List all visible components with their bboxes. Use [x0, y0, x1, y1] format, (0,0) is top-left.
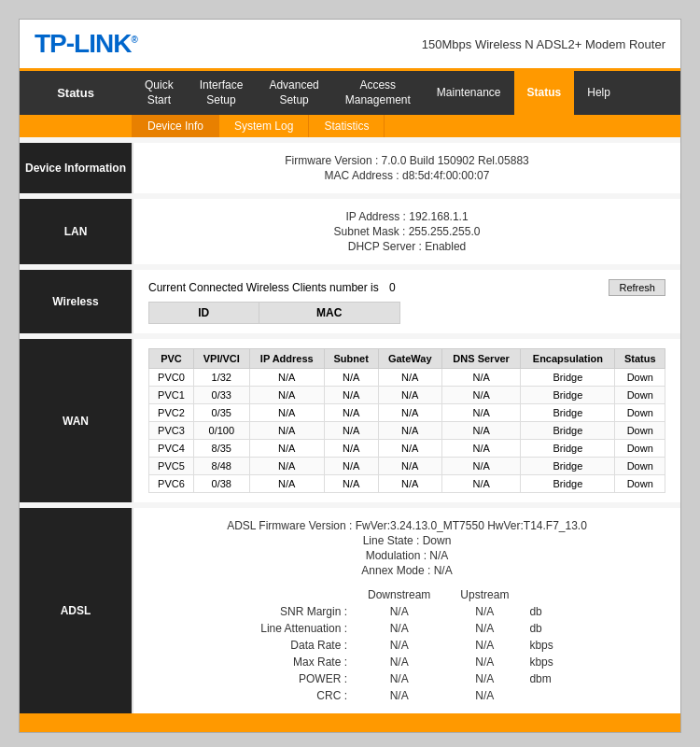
wan-cell: Bridge — [521, 475, 615, 493]
wan-section: WAN PVCVPI/VCIIP AddressSubnetGateWayDNS… — [20, 339, 680, 502]
wan-cell: N/A — [441, 387, 520, 404]
lan-subnet: Subnet Mask : 255.255.255.0 — [148, 225, 665, 238]
wan-cell: N/A — [378, 422, 441, 440]
wireless-table: ID MAC — [148, 302, 400, 324]
header: TP-LINK® 150Mbps Wireless N ADSL2+ Modem… — [20, 20, 680, 71]
adsl-stat-unit: kbps — [524, 654, 558, 670]
wan-cell: 0/33 — [193, 387, 249, 404]
wan-cell: Down — [615, 422, 665, 440]
device-info-label: Device Information — [20, 143, 132, 193]
wan-table: PVCVPI/VCIIP AddressSubnetGateWayDNS Ser… — [148, 348, 665, 493]
wan-cell: Down — [615, 475, 665, 493]
wan-cell: N/A — [378, 404, 441, 422]
wan-cell: 0/38 — [193, 475, 249, 493]
wan-cell: N/A — [441, 475, 520, 493]
wireless-clients-text: Current Connected Wireless Clients numbe… — [148, 281, 379, 294]
adsl-annex-mode: Annex Mode : N/A — [148, 564, 665, 577]
subnav-device-info[interactable]: Device Info — [132, 115, 219, 137]
wireless-content: Current Connected Wireless Clients numbe… — [132, 270, 680, 333]
nav-item-status[interactable]: Status — [514, 71, 575, 115]
adsl-stat-downstream: N/A — [353, 620, 445, 637]
wan-th: PVC — [149, 349, 194, 369]
adsl-stat-label: Max Rate : — [255, 654, 353, 670]
wan-cell: N/A — [441, 422, 520, 440]
adsl-stat-unit: db — [524, 620, 558, 637]
wan-row: PVC58/48N/AN/AN/AN/ABridgeDown — [149, 458, 665, 475]
adsl-stat-label: POWER : — [255, 670, 353, 687]
nav-item-access-management[interactable]: Access Management — [332, 71, 424, 115]
wan-th: Subnet — [324, 349, 378, 369]
device-info-section: Device Information Firmware Version : 7.… — [20, 143, 680, 193]
nav-item-interface-setup[interactable]: Interface Setup — [187, 71, 257, 115]
wan-cell: PVC0 — [149, 369, 194, 387]
wan-cell: 1/32 — [193, 369, 249, 387]
adsl-stat-unit: dbm — [524, 670, 558, 687]
wan-th: GateWay — [378, 349, 441, 369]
mac-address: MAC Address : d8:5d:4f:00:00:07 — [148, 169, 665, 182]
wan-cell: Down — [615, 387, 665, 404]
wan-cell: PVC4 — [149, 440, 194, 458]
lan-ip: IP Address : 192.168.1.1 — [148, 210, 665, 223]
lan-section: LAN IP Address : 192.168.1.1 Subnet Mask… — [20, 199, 680, 264]
adsl-col-unit — [524, 586, 558, 603]
adsl-firmware: ADSL Firmware Version : FwVer:3.24.13.0_… — [148, 519, 665, 532]
adsl-col-downstream: Downstream — [353, 586, 445, 603]
adsl-stats-row: Max Rate :N/AN/Akbps — [255, 654, 558, 670]
adsl-stat-downstream: N/A — [353, 670, 445, 687]
wan-cell: N/A — [324, 422, 378, 440]
wan-row: PVC10/33N/AN/AN/AN/ABridgeDown — [149, 387, 665, 404]
adsl-modulation: Modulation : N/A — [148, 549, 665, 562]
refresh-button[interactable]: Refresh — [609, 279, 665, 296]
nav-bar: Status Quick Start Interface Setup Advan… — [20, 71, 680, 115]
wan-cell: PVC1 — [149, 387, 194, 404]
wan-row: PVC30/100N/AN/AN/AN/ABridgeDown — [149, 422, 665, 440]
wan-cell: N/A — [378, 387, 441, 404]
wan-cell: PVC2 — [149, 404, 194, 422]
wan-cell: Down — [615, 458, 665, 475]
wan-cell: PVC3 — [149, 422, 194, 440]
adsl-content: ADSL Firmware Version : FwVer:3.24.13.0_… — [132, 508, 680, 713]
wan-cell: N/A — [324, 458, 378, 475]
adsl-stats-row: SNR Margin :N/AN/Adb — [255, 603, 558, 620]
wan-cell: Down — [615, 404, 665, 422]
adsl-stats-row: CRC :N/AN/A — [255, 687, 558, 704]
logo: TP-LINK® — [35, 29, 137, 59]
adsl-stat-downstream: N/A — [353, 637, 445, 654]
adsl-stat-upstream: N/A — [445, 603, 524, 620]
subnav-statistics[interactable]: Statistics — [309, 115, 385, 137]
adsl-stat-upstream: N/A — [445, 654, 524, 670]
wan-cell: 0/35 — [193, 404, 249, 422]
lan-content: IP Address : 192.168.1.1 Subnet Mask : 2… — [132, 199, 680, 264]
footer — [20, 713, 680, 732]
nav-item-maintenance[interactable]: Maintenance — [424, 71, 514, 115]
wan-th: Status — [615, 349, 665, 369]
wireless-section: Wireless Current Connected Wireless Clie… — [20, 270, 680, 333]
trademark: ® — [131, 35, 136, 45]
adsl-stat-label: Data Rate : — [255, 637, 353, 654]
adsl-stat-upstream: N/A — [445, 620, 524, 637]
adsl-col-upstream: Upstream — [445, 586, 524, 603]
adsl-line-state: Line State : Down — [148, 534, 665, 547]
router-model: 150Mbps Wireless N ADSL2+ Modem Router — [422, 37, 665, 51]
wan-cell: N/A — [249, 422, 324, 440]
nav-item-help[interactable]: Help — [574, 71, 623, 115]
wan-label: WAN — [20, 339, 132, 502]
lan-label: LAN — [20, 199, 132, 264]
adsl-stat-downstream: N/A — [353, 654, 445, 670]
firmware-version: Firmware Version : 7.0.0 Build 150902 Re… — [148, 154, 665, 167]
adsl-col-label — [255, 586, 353, 603]
adsl-stats-row: Data Rate :N/AN/Akbps — [255, 637, 558, 654]
adsl-stats-row: Line Attenuation :N/AN/Adb — [255, 620, 558, 637]
wan-cell: PVC5 — [149, 458, 194, 475]
subnav-system-log[interactable]: System Log — [219, 115, 309, 137]
wan-cell: Down — [615, 440, 665, 458]
nav-item-advanced-setup[interactable]: Advanced Setup — [256, 71, 331, 115]
device-info-content: Firmware Version : 7.0.0 Build 150902 Re… — [132, 143, 680, 193]
nav-item-quick-start[interactable]: Quick Start — [132, 71, 187, 115]
wan-cell: N/A — [441, 440, 520, 458]
wireless-col-mac: MAC — [259, 303, 400, 324]
wan-cell: N/A — [378, 369, 441, 387]
adsl-stat-unit: kbps — [524, 637, 558, 654]
wan-cell: Bridge — [521, 458, 615, 475]
wan-cell: N/A — [249, 404, 324, 422]
